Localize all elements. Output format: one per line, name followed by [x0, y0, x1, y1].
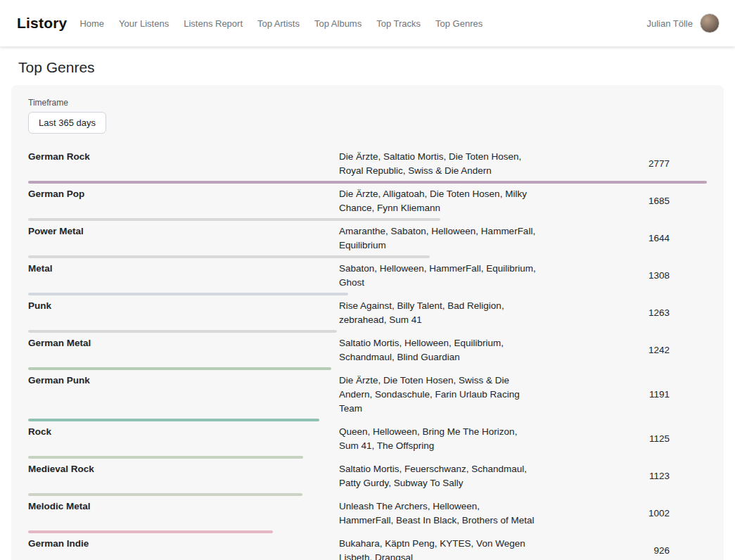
genre-row: German Indie Bukahara, Käptn Peng, KYTES…: [28, 533, 707, 560]
top-navbar: Listory Home Your Listens Listens Report…: [0, 0, 735, 46]
user-menu[interactable]: Julian Tölle: [646, 13, 720, 33]
genre-count: 1191: [536, 388, 707, 402]
genre-count: 1242: [536, 343, 707, 357]
genre-row: Punk Rise Against, Billy Talent, Bad Rel…: [28, 295, 707, 333]
genre-name: German Rock: [28, 150, 339, 164]
genre-row: German Metal Saltatio Mortis, Helloween,…: [28, 333, 707, 370]
nav-links: Home Your Listens Listens Report Top Art…: [79, 18, 646, 29]
genre-row: Rock Queen, Helloween, Bring Me The Hori…: [28, 421, 707, 459]
genre-name: German Punk: [28, 374, 339, 388]
genre-artists: Rise Against, Billy Talent, Bad Religion…: [339, 299, 536, 327]
genre-artists: Unleash The Archers, Helloween, HammerFa…: [339, 499, 536, 528]
genre-artists: Saltatio Mortis, Helloween, Equilibrium,…: [339, 336, 536, 364]
genre-name: Punk: [28, 299, 339, 313]
timeframe-select[interactable]: Last 365 days: [28, 112, 106, 134]
genre-count: 1308: [536, 269, 707, 283]
genre-artists: Bukahara, Käptn Peng, KYTES, Von Wegen L…: [339, 537, 536, 560]
page-title: Top Genres: [18, 59, 717, 76]
genre-name: Medieval Rock: [28, 462, 339, 476]
genre-name: German Pop: [28, 187, 339, 201]
genre-count: 2777: [536, 157, 707, 171]
genre-name: German Indie: [28, 537, 339, 551]
nav-link-top-tracks[interactable]: Top Tracks: [376, 18, 421, 29]
genre-row: Metal Sabaton, Helloween, HammerFall, Eq…: [28, 258, 707, 295]
top-genres-card: Timeframe Last 365 days German Rock Die …: [11, 85, 724, 560]
genre-name: Metal: [28, 262, 339, 276]
genre-artists: Queen, Helloween, Bring Me The Horizon, …: [339, 425, 536, 453]
genre-name: Power Metal: [28, 224, 339, 238]
genre-artists: Saltatio Mortis, Feuerschwanz, Schandmau…: [339, 462, 536, 490]
page-content: Top Genres Timeframe Last 365 days Germa…: [0, 59, 735, 560]
nav-link-listens-report[interactable]: Listens Report: [184, 18, 243, 29]
genre-name: Melodic Metal: [28, 499, 339, 514]
nav-link-top-artists[interactable]: Top Artists: [257, 18, 300, 29]
user-name: Julian Tölle: [646, 18, 693, 29]
genre-artists: Die Ärzte, Alligatoah, Die Toten Hosen, …: [339, 187, 536, 215]
genre-row: German Pop Die Ärzte, Alligatoah, Die To…: [28, 184, 707, 221]
genre-count: 926: [536, 544, 707, 558]
nav-link-top-genres[interactable]: Top Genres: [435, 18, 482, 29]
genre-list: German Rock Die Ärzte, Saltatio Mortis, …: [28, 146, 707, 560]
genre-count: 1123: [536, 469, 707, 483]
genre-count: 1644: [536, 231, 707, 246]
genre-artists: Amaranthe, Sabaton, Helloween, HammerFal…: [339, 224, 536, 253]
genre-count: 1002: [536, 507, 707, 521]
genre-artists: Sabaton, Helloween, HammerFall, Equilibr…: [339, 262, 536, 290]
genre-row: Melodic Metal Unleash The Archers, Hello…: [28, 496, 707, 533]
avatar[interactable]: [700, 13, 720, 33]
nav-link-top-albums[interactable]: Top Albums: [314, 18, 362, 29]
nav-link-your-listens[interactable]: Your Listens: [119, 18, 169, 29]
timeframe-label: Timeframe: [28, 98, 707, 108]
genre-count: 1263: [536, 306, 707, 320]
genre-count: 1685: [536, 194, 707, 208]
genre-row: Medieval Rock Saltatio Mortis, Feuerschw…: [28, 459, 707, 496]
genre-artists: Die Ärzte, Die Toten Hosen, Swiss & Die …: [339, 374, 536, 416]
genre-row: German Rock Die Ärzte, Saltatio Mortis, …: [28, 146, 707, 184]
genre-name: German Metal: [28, 336, 339, 350]
genre-row: Power Metal Amaranthe, Sabaton, Hellowee…: [28, 221, 707, 258]
nav-link-home[interactable]: Home: [79, 18, 104, 29]
genre-count: 1125: [536, 432, 707, 446]
genre-artists: Die Ärzte, Saltatio Mortis, Die Toten Ho…: [339, 150, 536, 178]
genre-row: German Punk Die Ärzte, Die Toten Hosen, …: [28, 370, 707, 421]
genre-name: Rock: [28, 425, 339, 439]
app-logo[interactable]: Listory: [17, 15, 67, 32]
